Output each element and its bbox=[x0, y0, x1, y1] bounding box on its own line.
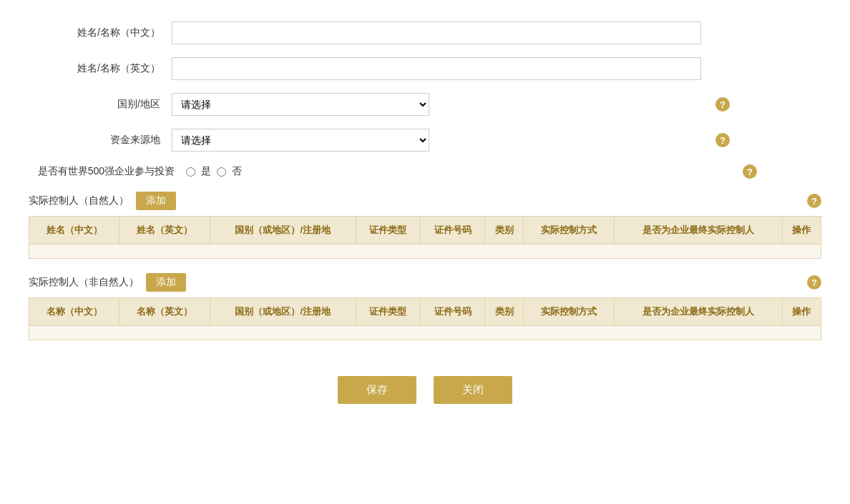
section1-header: 实际控制人（自然人） 添加 ? bbox=[29, 192, 821, 210]
bottom-buttons: 保存 关闭 bbox=[29, 376, 821, 404]
section1-col-5: 类别 bbox=[485, 217, 524, 244]
section1-table: 姓名（中文） 姓名（英文） 国别（或地区）/注册地 证件类型 证件号码 类别 实… bbox=[29, 216, 821, 259]
section2-col-0: 名称（中文） bbox=[29, 298, 119, 326]
name-cn-label: 姓名/名称（中文） bbox=[29, 26, 172, 39]
fund-source-label: 资金来源地 bbox=[29, 134, 172, 147]
section1-add-button[interactable]: 添加 bbox=[136, 192, 176, 210]
name-en-label: 姓名/名称（英文） bbox=[29, 62, 172, 75]
close-button[interactable]: 关闭 bbox=[434, 376, 512, 404]
fortune500-no-label[interactable]: 否 bbox=[232, 165, 242, 178]
fortune500-radio-group: 是 否 bbox=[186, 165, 242, 178]
country-row: 国别/地区 请选择 ? bbox=[29, 93, 821, 116]
section1-col-3: 证件类型 bbox=[356, 217, 420, 244]
fund-source-help-icon[interactable]: ? bbox=[715, 133, 730, 147]
fortune500-label: 是否有世界500强企业参与投资 bbox=[29, 165, 186, 178]
section2-col-5: 类别 bbox=[485, 298, 524, 326]
name-en-row: 姓名/名称（英文） bbox=[29, 57, 821, 80]
section1-col-2: 国别（或地区）/注册地 bbox=[210, 217, 356, 244]
section2-table: 名称（中文） 名称（英文） 国别（或地区）/注册地 证件类型 证件号码 类别 实… bbox=[29, 297, 821, 340]
section2-col-2: 国别（或地区）/注册地 bbox=[210, 298, 356, 326]
name-cn-input[interactable] bbox=[172, 21, 701, 44]
fortune500-yes-radio[interactable] bbox=[186, 167, 195, 177]
fund-source-control: 请选择 ? bbox=[172, 129, 821, 152]
section1-col-0: 姓名（中文） bbox=[29, 217, 119, 244]
section2-help-icon[interactable]: ? bbox=[807, 275, 821, 290]
country-help-icon[interactable]: ? bbox=[715, 97, 730, 112]
fortune500-help-icon[interactable]: ? bbox=[743, 164, 757, 179]
section2-add-button[interactable]: 添加 bbox=[146, 273, 186, 292]
fund-source-row: 资金来源地 请选择 ? bbox=[29, 129, 821, 152]
section2-col-8: 操作 bbox=[782, 298, 821, 326]
section1-title: 实际控制人（自然人） bbox=[29, 194, 129, 207]
section2-col-7: 是否为企业最终实际控制人 bbox=[614, 298, 782, 326]
country-label: 国别/地区 bbox=[29, 98, 172, 111]
section2-col-1: 名称（英文） bbox=[119, 298, 210, 326]
fortune500-control: 是 否 ? bbox=[186, 164, 821, 179]
section2-empty-row bbox=[29, 326, 821, 340]
section1-col-8: 操作 bbox=[782, 217, 821, 244]
save-button[interactable]: 保存 bbox=[338, 376, 416, 404]
section1-col-4: 证件号码 bbox=[420, 217, 484, 244]
section1-help-icon[interactable]: ? bbox=[807, 194, 821, 208]
section2-col-4: 证件号码 bbox=[420, 298, 484, 326]
fortune500-yes-label[interactable]: 是 bbox=[201, 165, 211, 178]
fund-source-select[interactable]: 请选择 bbox=[172, 129, 429, 152]
section1-col-1: 姓名（英文） bbox=[119, 217, 210, 244]
name-en-input[interactable] bbox=[172, 57, 701, 80]
section2-title: 实际控制人（非自然人） bbox=[29, 276, 139, 289]
section2-col-3: 证件类型 bbox=[356, 298, 420, 326]
country-control: 请选择 ? bbox=[172, 93, 821, 116]
country-select[interactable]: 请选择 bbox=[172, 93, 429, 116]
section1-col-7: 是否为企业最终实际控制人 bbox=[614, 217, 782, 244]
section1-col-6: 实际控制方式 bbox=[524, 217, 614, 244]
section2-col-6: 实际控制方式 bbox=[524, 298, 614, 326]
name-cn-row: 姓名/名称（中文） bbox=[29, 21, 821, 44]
fortune500-row: 是否有世界500强企业参与投资 是 否 ? bbox=[29, 164, 821, 179]
fortune500-no-radio[interactable] bbox=[217, 167, 226, 177]
name-cn-control bbox=[172, 21, 821, 44]
name-en-control bbox=[172, 57, 821, 80]
section2-header: 实际控制人（非自然人） 添加 ? bbox=[29, 273, 821, 292]
section1-empty-row bbox=[29, 244, 821, 259]
